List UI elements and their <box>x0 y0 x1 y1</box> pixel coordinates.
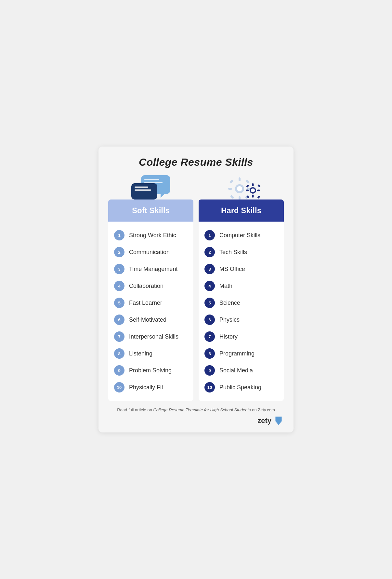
svg-rect-17 <box>257 184 261 187</box>
hard-skills-title: Hard Skills <box>221 206 261 215</box>
skill-label: Math <box>219 283 232 290</box>
zety-wordmark: zety <box>257 417 271 425</box>
skill-label: Physics <box>219 316 240 323</box>
list-item: 8 Programming <box>203 345 279 362</box>
page-title: College Resume Skills <box>108 156 284 168</box>
badge: 7 <box>204 331 215 342</box>
list-item: 7 Interpersonal Skills <box>113 328 189 345</box>
hard-skills-header: Hard Skills <box>199 199 284 222</box>
list-item: 6 Physics <box>203 311 279 328</box>
skill-label: Problem Solving <box>129 367 172 374</box>
badge: 8 <box>114 348 124 359</box>
skill-label: Communication <box>129 249 170 256</box>
badge: 1 <box>114 230 124 240</box>
skill-label: Time Management <box>129 266 177 273</box>
badge: 9 <box>114 365 124 376</box>
svg-rect-4 <box>228 188 232 190</box>
badge: 2 <box>204 247 215 257</box>
zety-logo: zety <box>108 416 284 426</box>
list-item: 5 Science <box>203 294 279 311</box>
badge: 3 <box>114 264 124 274</box>
bubble-front <box>131 183 157 199</box>
svg-rect-19 <box>257 196 260 199</box>
svg-rect-12 <box>252 183 254 186</box>
soft-skills-list: 1 Strong Work Ethic 2 Communication 3 Ti… <box>108 222 193 401</box>
badge: 1 <box>204 230 215 240</box>
badge: 2 <box>114 247 124 257</box>
main-card: College Resume Skills <box>98 147 294 432</box>
list-item: 9 Problem Solving <box>113 362 189 379</box>
skill-label: History <box>219 333 238 340</box>
soft-skills-header: Soft Skills <box>108 199 193 222</box>
list-item: 4 Math <box>203 277 279 294</box>
svg-rect-7 <box>246 180 250 184</box>
skill-label: Programming <box>219 350 255 357</box>
gears-icon <box>222 176 261 199</box>
skill-label: Public Speaking <box>219 384 261 391</box>
soft-skills-title: Soft Skills <box>132 206 170 215</box>
list-item: 7 History <box>203 328 279 345</box>
zety-icon <box>273 416 284 426</box>
list-item: 9 Social Media <box>203 362 279 379</box>
skill-label: Tech Skills <box>219 249 247 256</box>
svg-rect-6 <box>229 180 234 184</box>
hard-skills-icon <box>199 176 284 199</box>
list-item: 2 Communication <box>113 244 189 261</box>
skill-label: MS Office <box>219 266 245 273</box>
list-item: 3 MS Office <box>203 261 279 277</box>
skill-label: Physically Fit <box>129 384 163 391</box>
svg-rect-2 <box>239 177 241 181</box>
badge: 5 <box>114 298 124 308</box>
svg-rect-3 <box>239 196 241 199</box>
svg-point-1 <box>237 186 242 191</box>
badge: 5 <box>204 298 215 308</box>
footer: Read full article on College Resume Temp… <box>108 407 284 412</box>
badge: 7 <box>114 331 124 342</box>
list-item: 10 Physically Fit <box>113 379 189 396</box>
svg-rect-15 <box>257 190 260 191</box>
list-item: 2 Tech Skills <box>203 244 279 261</box>
badge: 6 <box>114 315 124 325</box>
svg-rect-16 <box>246 185 249 188</box>
badge: 3 <box>204 264 215 274</box>
list-item: 8 Listening <box>113 345 189 362</box>
badge: 10 <box>114 382 124 392</box>
skill-label: Strong Work Ethic <box>129 232 176 239</box>
skill-label: Fast Learner <box>129 300 162 306</box>
skill-label: Self-Motivated <box>129 316 166 323</box>
badge: 8 <box>204 348 215 359</box>
hard-skills-column: Hard Skills 1 Computer Skills 2 Tech Ski… <box>199 176 284 401</box>
svg-rect-14 <box>246 190 249 191</box>
svg-marker-20 <box>275 417 281 425</box>
list-item: 1 Computer Skills <box>203 227 279 244</box>
skill-label: Science <box>219 300 240 306</box>
svg-rect-13 <box>252 195 254 198</box>
skill-label: Social Media <box>219 367 253 374</box>
soft-skills-column: Soft Skills 1 Strong Work Ethic 2 Commun… <box>108 176 193 401</box>
list-item: 4 Collaboration <box>113 277 189 294</box>
svg-rect-8 <box>230 195 234 199</box>
list-item: 3 Time Management <box>113 261 189 277</box>
list-item: 10 Public Speaking <box>203 379 279 396</box>
list-item: 5 Fast Learner <box>113 294 189 311</box>
badge: 4 <box>204 281 215 291</box>
chat-bubbles-icon <box>131 175 170 199</box>
badge: 6 <box>204 315 215 325</box>
badge: 4 <box>114 281 124 291</box>
skill-label: Collaboration <box>129 283 163 290</box>
skill-label: Computer Skills <box>219 232 260 239</box>
hard-skills-list: 1 Computer Skills 2 Tech Skills 3 MS Off… <box>199 222 284 401</box>
skill-label: Listening <box>129 350 152 357</box>
skills-columns: Soft Skills 1 Strong Work Ethic 2 Commun… <box>108 176 284 401</box>
badge: 10 <box>204 382 215 392</box>
svg-point-11 <box>251 188 255 192</box>
skill-label: Interpersonal Skills <box>129 333 178 340</box>
list-item: 6 Self-Motivated <box>113 311 189 328</box>
soft-skills-icon <box>108 176 193 199</box>
badge: 9 <box>204 365 215 376</box>
list-item: 1 Strong Work Ethic <box>113 227 189 244</box>
